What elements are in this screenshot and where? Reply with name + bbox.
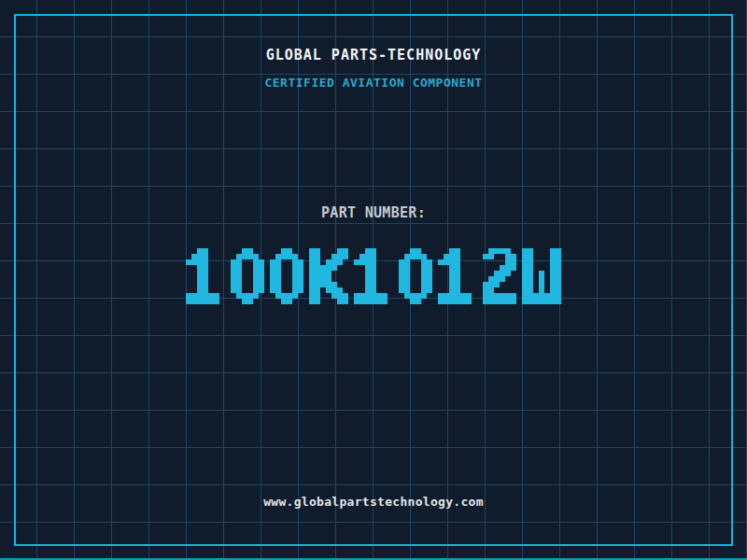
- part-number-display: [0, 248, 747, 304]
- part-number-label: PART NUMBER:: [0, 204, 747, 221]
- company-name: GLOBAL PARTS-TECHNOLOGY: [0, 47, 747, 63]
- website-url: www.globalpartstechnology.com: [0, 495, 747, 509]
- certification-text: CERTIFIED AVIATION COMPONENT: [0, 76, 747, 90]
- part-label-card: GLOBAL PARTS-TECHNOLOGY CERTIFIED AVIATI…: [0, 0, 747, 560]
